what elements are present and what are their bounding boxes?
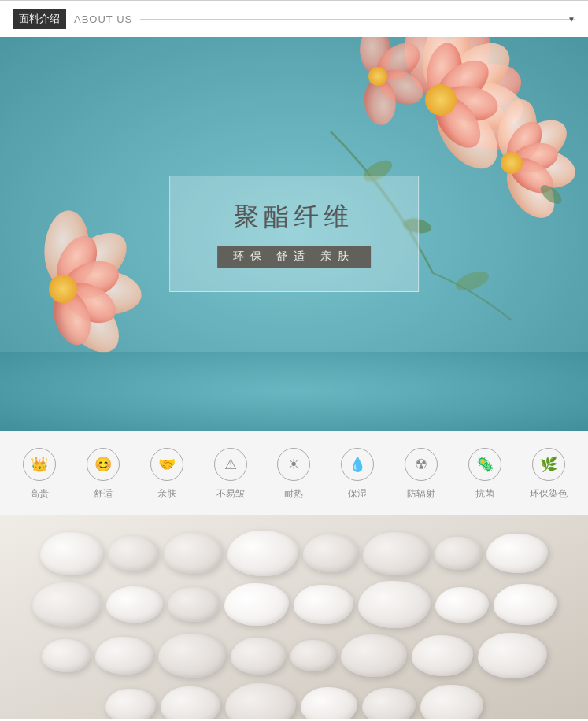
- cocoon-item: [32, 582, 102, 627]
- cocoon-item: [303, 534, 358, 572]
- cocoon-item: [40, 532, 103, 575]
- svg-rect-41: [0, 352, 588, 431]
- cocoon-item: [164, 533, 223, 574]
- header-section: 面料介绍 ABOUT US: [0, 0, 588, 37]
- hero-overlay: 聚酯纤维 环保 舒适 亲肤: [169, 176, 420, 292]
- feature-item-fangfushe: ☢防辐射: [398, 448, 445, 501]
- qinfu-icon: 🤝: [150, 448, 183, 481]
- cocoon-item: [225, 683, 296, 719]
- hero-subtitle: 环保 舒适 亲肤: [217, 246, 372, 268]
- cocoon-item: [341, 634, 407, 677]
- cocoon-item: [486, 534, 548, 573]
- fangfushe-label: 防辐射: [407, 487, 435, 501]
- naishu-icon: ☀: [277, 448, 310, 481]
- feature-item-qinfu: 🤝亲肤: [143, 448, 190, 501]
- cocoon-item: [435, 587, 489, 623]
- cocoon-item: [95, 637, 153, 675]
- cocoon-item: [435, 537, 482, 570]
- cocoon-item: [478, 633, 547, 678]
- baoshi-label: 保湿: [348, 487, 367, 501]
- section-title-cn: 面料介绍: [13, 9, 66, 29]
- bottom-section: [0, 515, 588, 719]
- cocoon-item: [227, 531, 298, 576]
- cocoon-item: [158, 634, 226, 678]
- cocoon-item: [168, 587, 220, 622]
- feature-item-gaogui: 👑高贵: [16, 448, 63, 501]
- cocoon-item: [301, 687, 357, 719]
- cocoon-item: [362, 688, 416, 719]
- cocoon-item: [42, 639, 91, 672]
- feature-item-huanbao: 🌿环保染色: [525, 448, 572, 501]
- baoshi-icon: 💧: [341, 448, 374, 481]
- cocoon-item: [161, 686, 220, 719]
- feature-item-baoshi: 💧保湿: [334, 448, 381, 501]
- section-title-en: ABOUT US: [74, 13, 132, 25]
- naishu-label: 耐热: [284, 487, 303, 501]
- hero-section: 聚酯纤维 环保 舒适 亲肤: [0, 37, 588, 431]
- features-section: 👑高贵😊舒适🤝亲肤⚠不易皱☀耐热💧保湿☢防辐射🦠抗菌🌿环保染色: [0, 431, 588, 515]
- cocoon-item: [105, 689, 156, 719]
- feature-item-naishu: ☀耐热: [270, 448, 317, 501]
- feature-item-kangjun: 🦠抗菌: [461, 448, 508, 501]
- kangjun-icon: 🦠: [468, 448, 501, 481]
- qinfu-label: 亲肤: [157, 487, 176, 501]
- cocoon-item: [106, 586, 163, 623]
- huanbao-label: 环保染色: [530, 487, 568, 501]
- cocoon-item: [231, 638, 286, 675]
- buyizhou-icon: ⚠: [214, 448, 247, 481]
- cocoon-item: [412, 635, 473, 676]
- header-divider: [140, 19, 575, 20]
- gaogui-icon: 👑: [23, 448, 56, 481]
- feature-item-buyizhou: ⚠不易皱: [207, 448, 254, 501]
- cocoon-item: [363, 532, 430, 575]
- gaogui-label: 高贵: [30, 487, 49, 501]
- fangfushe-icon: ☢: [405, 448, 438, 481]
- kangjun-label: 抗菌: [475, 487, 494, 501]
- shushi-icon: 😊: [87, 448, 120, 481]
- cocoon-container: [0, 515, 588, 719]
- cocoon-item: [358, 581, 431, 628]
- hero-title: 聚酯纤维: [217, 200, 372, 235]
- shushi-label: 舒适: [94, 487, 113, 501]
- feature-item-shushi: 😊舒适: [80, 448, 127, 501]
- buyizhou-label: 不易皱: [216, 487, 245, 501]
- cocoon-item: [494, 584, 557, 625]
- huanbao-icon: 🌿: [532, 448, 565, 481]
- cocoon-item: [224, 583, 289, 626]
- cocoon-item: [294, 585, 353, 624]
- cocoon-item: [420, 685, 483, 719]
- cocoon-item: [108, 536, 159, 571]
- cocoon-item: [290, 640, 336, 671]
